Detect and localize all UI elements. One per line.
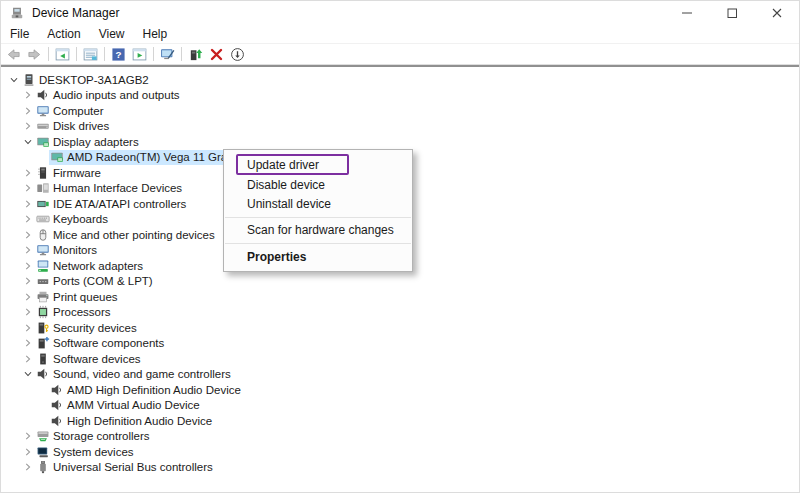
- tree-row-amm-virtual-audio-device[interactable]: AMM Virtual Audio Device: [1, 398, 799, 414]
- chevron-right-icon[interactable]: [21, 166, 35, 180]
- console-tree-button[interactable]: [52, 45, 73, 63]
- device-row-content[interactable]: Security devices: [35, 320, 140, 335]
- tree-row-sound-video-and-game-controllers[interactable]: Sound, video and game controllers: [1, 367, 799, 383]
- menu-file[interactable]: File: [1, 24, 38, 43]
- device-row-content[interactable]: Print queues: [35, 289, 121, 304]
- chevron-down-icon[interactable]: [7, 73, 21, 87]
- device-row-content[interactable]: AMM Virtual Audio Device: [49, 398, 203, 413]
- tree-row-security-devices[interactable]: Security devices: [1, 320, 799, 336]
- device-row-content[interactable]: Sound, video and game controllers: [35, 367, 234, 382]
- tree-row-desktop-3a1agb2[interactable]: DESKTOP-3A1AGB2: [1, 72, 799, 88]
- remote-computer-button[interactable]: [157, 45, 178, 63]
- chevron-right-icon[interactable]: [21, 336, 35, 350]
- firmware-icon: [36, 166, 50, 180]
- monitor-icon: [36, 104, 50, 118]
- device-label: AMD Radeon(TM) Vega 11 Graphi: [67, 151, 243, 163]
- close-button[interactable]: [754, 1, 799, 24]
- tree-row-print-queues[interactable]: Print queues: [1, 289, 799, 305]
- tree-row-disk-drives[interactable]: Disk drives: [1, 119, 799, 135]
- chevron-right-icon[interactable]: [21, 352, 35, 366]
- device-row-content[interactable]: Software devices: [35, 351, 144, 366]
- context-menu-item-update-driver[interactable]: Update driver: [224, 154, 412, 176]
- minimize-button[interactable]: [664, 1, 709, 24]
- system-device-icon: [36, 445, 50, 459]
- context-menu-item-uninstall-device[interactable]: Uninstall device: [224, 195, 412, 214]
- device-row-content[interactable]: Disk drives: [35, 119, 112, 134]
- tree-row-display-adapters[interactable]: Display adapters: [1, 134, 799, 150]
- action-pane-button[interactable]: [129, 45, 150, 63]
- chevron-right-icon[interactable]: [21, 119, 35, 133]
- forward-arrow-button[interactable]: [24, 45, 45, 63]
- hid-icon: [36, 181, 50, 195]
- device-label: Software components: [53, 337, 164, 349]
- chevron-right-icon[interactable]: [21, 274, 35, 288]
- device-row-content[interactable]: Processors: [35, 305, 114, 320]
- update-driver-button[interactable]: [185, 45, 206, 63]
- tree-row-high-definition-audio-device[interactable]: High Definition Audio Device: [1, 413, 799, 429]
- chevron-right-icon[interactable]: [21, 181, 35, 195]
- chevron-right-icon[interactable]: [21, 243, 35, 257]
- device-row-content[interactable]: System devices: [35, 444, 137, 459]
- chevron-right-icon[interactable]: [21, 228, 35, 242]
- device-row-content[interactable]: Ports (COM & LPT): [35, 274, 156, 289]
- device-row-content[interactable]: Keyboards: [35, 212, 111, 227]
- device-row-content[interactable]: Storage controllers: [35, 429, 153, 444]
- tree-row-software-devices[interactable]: Software devices: [1, 351, 799, 367]
- chevron-right-icon[interactable]: [21, 445, 35, 459]
- device-row-content[interactable]: High Definition Audio Device: [49, 413, 215, 428]
- update-driver-highlight-box: [236, 154, 349, 175]
- chevron-down-icon[interactable]: [21, 135, 35, 149]
- menu-help[interactable]: Help: [134, 24, 177, 43]
- device-row-content[interactable]: DESKTOP-3A1AGB2: [21, 72, 152, 87]
- maximize-button[interactable]: [709, 1, 754, 24]
- device-row-content[interactable]: Universal Serial Bus controllers: [35, 460, 216, 475]
- device-row-content[interactable]: Monitors: [35, 243, 100, 258]
- selected-device-row[interactable]: AMD Radeon(TM) Vega 11 Graphi: [49, 150, 246, 165]
- chevron-right-icon[interactable]: [21, 290, 35, 304]
- chevron-right-icon[interactable]: [21, 104, 35, 118]
- scan-hardware-button[interactable]: [227, 45, 248, 63]
- chevron-right-icon[interactable]: [21, 460, 35, 474]
- device-row-content[interactable]: Audio inputs and outputs: [35, 88, 183, 103]
- device-row-content[interactable]: Firmware: [35, 165, 104, 180]
- tree-row-ports-com-lpt[interactable]: Ports (COM & LPT): [1, 274, 799, 290]
- device-label: Monitors: [53, 244, 97, 256]
- chevron-right-icon[interactable]: [21, 321, 35, 335]
- context-menu-item-scan-for-hardware-changes[interactable]: Scan for hardware changes: [224, 221, 412, 240]
- device-row-content[interactable]: Mice and other pointing devices: [35, 227, 218, 242]
- chevron-down-icon[interactable]: [21, 367, 35, 381]
- export-list-button[interactable]: [80, 45, 101, 63]
- forward-arrow-icon: [27, 47, 42, 62]
- uninstall-device-button[interactable]: [206, 45, 227, 63]
- tree-row-audio-inputs-and-outputs[interactable]: Audio inputs and outputs: [1, 88, 799, 104]
- device-row-content[interactable]: Software components: [35, 336, 167, 351]
- device-label: Sound, video and game controllers: [53, 368, 231, 380]
- tree-row-software-components[interactable]: Software components: [1, 336, 799, 352]
- chevron-right-icon[interactable]: [21, 197, 35, 211]
- back-arrow-button[interactable]: [3, 45, 24, 63]
- device-row-content[interactable]: Display adapters: [35, 134, 142, 149]
- device-row-content[interactable]: IDE ATA/ATAPI controllers: [35, 196, 189, 211]
- context-menu-item-disable-device[interactable]: Disable device: [224, 176, 412, 195]
- menu-view[interactable]: View: [90, 24, 134, 43]
- window-controls: [664, 1, 799, 24]
- tree-row-universal-serial-bus-controllers[interactable]: Universal Serial Bus controllers: [1, 460, 799, 476]
- help-button[interactable]: ?: [108, 45, 129, 63]
- context-menu-item-properties[interactable]: Properties: [224, 247, 412, 268]
- tree-row-system-devices[interactable]: System devices: [1, 444, 799, 460]
- tree-row-storage-controllers[interactable]: Storage controllers: [1, 429, 799, 445]
- chevron-right-icon[interactable]: [21, 212, 35, 226]
- tree-row-processors[interactable]: Processors: [1, 305, 799, 321]
- device-row-content[interactable]: Computer: [35, 103, 107, 118]
- device-label: Computer: [53, 105, 104, 117]
- chevron-right-icon[interactable]: [21, 305, 35, 319]
- chevron-right-icon[interactable]: [21, 259, 35, 273]
- device-row-content[interactable]: Network adapters: [35, 258, 146, 273]
- chevron-right-icon[interactable]: [21, 88, 35, 102]
- device-row-content[interactable]: AMD High Definition Audio Device: [49, 382, 244, 397]
- chevron-right-icon[interactable]: [21, 429, 35, 443]
- tree-row-amd-high-definition-audio-device[interactable]: AMD High Definition Audio Device: [1, 382, 799, 398]
- device-row-content[interactable]: Human Interface Devices: [35, 181, 185, 196]
- tree-row-computer[interactable]: Computer: [1, 103, 799, 119]
- menu-action[interactable]: Action: [38, 24, 89, 43]
